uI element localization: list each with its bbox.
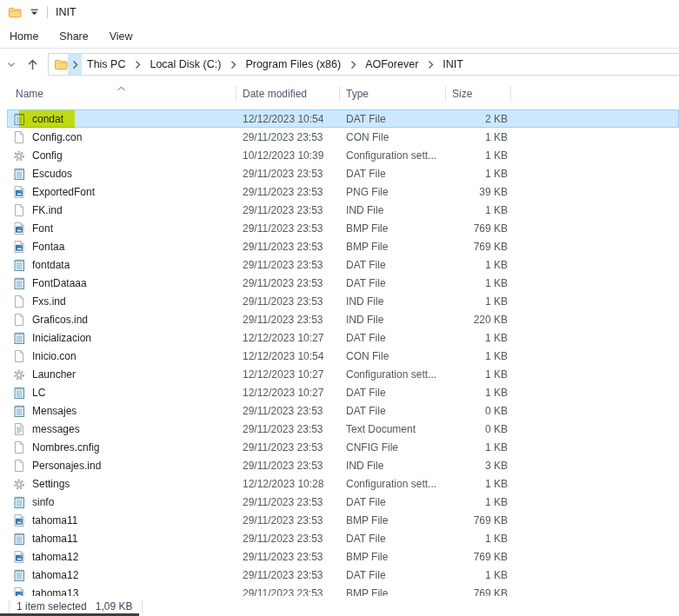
notepad-icon	[12, 331, 26, 345]
recent-locations-button[interactable]	[7, 62, 16, 68]
image-icon	[12, 185, 26, 199]
file-name: LC	[32, 387, 45, 399]
breadcrumb-segment[interactable]: Local Disk (C:)	[144, 58, 226, 70]
notepad-icon	[12, 167, 26, 181]
ribbon-tab-home[interactable]: Home	[10, 30, 38, 43]
file-type: Configuration sett...	[339, 368, 445, 381]
file-row[interactable]: Settings12/12/2023 10:28Configuration se…	[7, 474, 679, 493]
file-name: FK.ind	[32, 204, 63, 216]
file-row[interactable]: LC12/12/2023 10:27DAT File1 KB	[7, 383, 679, 401]
address-bar[interactable]: This PCLocal Disk (C:)Program Files (x86…	[48, 53, 679, 76]
file-size: 769 KB	[445, 241, 511, 253]
up-button[interactable]	[26, 58, 39, 71]
window-title: INIT	[56, 6, 77, 18]
file-blank-icon	[12, 459, 26, 473]
ribbon-tab-view[interactable]: View	[110, 30, 133, 43]
file-row[interactable]: Inicio.con12/12/2023 10:54CON File1 KB	[7, 347, 679, 365]
file-row[interactable]: tahoma1129/11/2023 23:53DAT File1 KB	[7, 529, 679, 547]
file-type: Configuration sett...	[339, 478, 445, 490]
file-name: tahoma11	[32, 514, 77, 527]
file-name: Fontaa	[32, 241, 64, 253]
file-type: DAT File	[339, 168, 445, 180]
breadcrumb-segment[interactable]: Program Files (x86)	[240, 58, 346, 70]
breadcrumb-segment[interactable]: INIT	[437, 58, 469, 70]
breadcrumb-chevron-icon[interactable]	[423, 54, 437, 75]
file-row[interactable]: Inicializacion12/12/2023 10:27DAT File1 …	[7, 328, 679, 347]
breadcrumb-segment[interactable]: This PC	[82, 58, 130, 70]
file-row[interactable]: sinfo29/11/2023 23:53DAT File1 KB	[7, 493, 679, 511]
file-row[interactable]: Fontaa29/11/2023 23:53BMP File769 KB	[7, 237, 679, 255]
image-icon	[12, 586, 26, 597]
file-name: Personajes.ind	[32, 460, 101, 472]
breadcrumb-chevron-icon[interactable]	[346, 54, 360, 75]
file-name-cell: tahoma11	[7, 511, 236, 529]
notepad-icon	[12, 532, 26, 546]
file-name-cell: sinfo	[7, 493, 236, 511]
breadcrumb-segment[interactable]: AOForever	[360, 58, 423, 70]
file-date-modified: 29/11/2023 23:53	[236, 423, 339, 435]
column-header-date-modified[interactable]: Date modified	[236, 83, 339, 104]
file-name-cell: Font	[7, 219, 236, 237]
file-row[interactable]: FontDataaa29/11/2023 23:53DAT File1 KB	[7, 274, 679, 292]
file-name: Font	[32, 222, 53, 235]
file-row[interactable]: messages29/11/2023 23:53Text Document0 K…	[7, 420, 679, 438]
file-date-modified: 12/12/2023 10:27	[236, 368, 339, 381]
image-icon	[12, 240, 26, 254]
file-type: DAT File	[339, 113, 445, 125]
file-name: tahoma11	[32, 533, 77, 545]
file-row[interactable]: fontdata29/11/2023 23:53DAT File1 KB	[7, 255, 679, 274]
file-name: Launcher	[32, 368, 76, 381]
file-row[interactable]: Launcher12/12/2023 10:27Configuration se…	[7, 365, 679, 383]
file-row[interactable]: Nombres.cnfig29/11/2023 23:53CNFIG File1…	[7, 438, 679, 456]
file-row[interactable]: tahoma1329/11/2023 23:53BMP File769 KB	[7, 584, 679, 596]
file-row[interactable]: tahoma1229/11/2023 23:53DAT File1 KB	[7, 566, 679, 584]
file-row[interactable]: Fxs.ind29/11/2023 23:53IND File1 KB	[7, 292, 679, 310]
ribbon-tab-share[interactable]: Share	[59, 30, 88, 43]
file-row[interactable]: Escudos29/11/2023 23:53DAT File1 KB	[7, 164, 679, 182]
file-size: 1 KB	[445, 149, 511, 162]
file-name: fontdata	[32, 259, 70, 271]
file-type: DAT File	[339, 259, 445, 271]
breadcrumb-chevron-icon[interactable]	[68, 54, 82, 75]
file-type: BMP File	[339, 222, 445, 235]
column-header-size[interactable]: Size	[445, 83, 511, 104]
file-name: ExportedFont	[32, 186, 95, 198]
file-row[interactable]: Mensajes29/11/2023 23:53DAT File0 KB	[7, 401, 679, 420]
file-row[interactable]: Font29/11/2023 23:53BMP File769 KB	[7, 219, 679, 237]
quick-access-toolbar-button[interactable]	[30, 9, 39, 17]
file-row[interactable]: Config10/12/2023 10:39Configuration sett…	[7, 146, 679, 164]
file-date-modified: 29/11/2023 23:53	[236, 587, 339, 597]
file-size: 1 KB	[445, 441, 511, 454]
notepad-icon	[12, 495, 26, 509]
column-headers: Name Date modified Type Size	[7, 83, 679, 104]
file-name-cell: condat	[7, 109, 236, 128]
file-name: Config	[32, 149, 63, 162]
file-type: BMP File	[339, 551, 445, 563]
image-icon	[12, 222, 26, 235]
file-row[interactable]: FK.ind29/11/2023 23:53IND File1 KB	[7, 201, 679, 219]
column-header-type[interactable]: Type	[339, 83, 445, 104]
column-header-name[interactable]: Name	[7, 83, 236, 104]
file-name-cell: ExportedFont	[7, 182, 236, 201]
file-row[interactable]: ExportedFont29/11/2023 23:53PNG File39 K…	[7, 182, 679, 201]
file-size: 1 KB	[445, 533, 511, 545]
file-row[interactable]: Personajes.ind29/11/2023 23:53IND File3 …	[7, 456, 679, 474]
file-row[interactable]: tahoma1129/11/2023 23:53BMP File769 KB	[7, 511, 679, 529]
file-type: IND File	[339, 314, 445, 326]
file-type: IND File	[339, 295, 445, 308]
file-date-modified: 29/11/2023 23:53	[236, 222, 339, 235]
file-name-cell: Personajes.ind	[7, 456, 236, 474]
file-type: BMP File	[339, 587, 445, 597]
file-row[interactable]: condat12/12/2023 10:54DAT File2 KB	[7, 109, 679, 128]
file-name: messages	[32, 423, 80, 435]
file-size: 0 KB	[445, 423, 511, 435]
breadcrumb-chevron-icon[interactable]	[226, 54, 240, 75]
breadcrumb-chevron-icon[interactable]	[130, 54, 144, 75]
file-date-modified: 29/11/2023 23:53	[236, 295, 339, 308]
file-row[interactable]: Graficos.ind29/11/2023 23:53IND File220 …	[7, 310, 679, 328]
file-type: BMP File	[339, 514, 445, 527]
file-row[interactable]: Config.con29/11/2023 23:53CON File1 KB	[7, 128, 679, 146]
file-date-modified: 10/12/2023 10:39	[236, 149, 339, 162]
folder-icon	[54, 57, 68, 71]
file-row[interactable]: tahoma1229/11/2023 23:53BMP File769 KB	[7, 547, 679, 566]
